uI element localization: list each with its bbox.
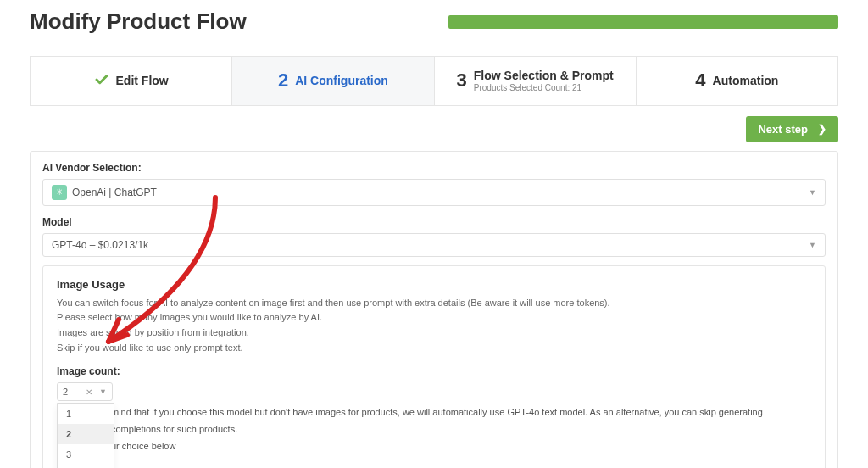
clear-icon[interactable]: ✕ <box>86 387 92 397</box>
vendor-selection-label: AI Vendor Selection: <box>42 162 826 174</box>
step-number: 2 <box>278 70 288 92</box>
image-usage-panel: Image Usage You can switch focus for AI … <box>42 265 826 468</box>
page-title: Modify Product Flow <box>30 8 247 35</box>
model-value: GPT-4o – $0.0213/1k <box>52 239 148 251</box>
wizard-steps: Edit Flow 2 AI Configuration 3 Flow Sele… <box>30 56 838 106</box>
step-label: AI Configuration <box>295 74 388 87</box>
next-step-button[interactable]: Next step ❯ <box>746 116 838 142</box>
config-panel: AI Vendor Selection: ✳ OpenAi | ChatGPT … <box>30 151 838 468</box>
step-ai-configuration[interactable]: 2 AI Configuration <box>232 57 434 105</box>
image-usage-hints: mind that if you choose this model but d… <box>111 404 811 468</box>
chevron-right-icon: ❯ <box>818 123 826 135</box>
image-count-value: 2 <box>63 387 68 397</box>
image-count-label: Image count: <box>57 365 811 377</box>
image-count-option-2[interactable]: 2 <box>58 424 114 444</box>
model-label: Model <box>42 216 826 228</box>
next-step-label: Next step <box>758 123 808 136</box>
chevron-down-icon: ▼ <box>809 188 816 197</box>
step-number: 4 <box>695 70 705 92</box>
chevron-down-icon: ▼ <box>99 387 107 396</box>
model-select[interactable]: GPT-4o – $0.0213/1k ▼ <box>42 233 826 257</box>
step-number: 3 <box>457 70 467 92</box>
image-usage-title: Image Usage <box>57 278 811 291</box>
progress-bar <box>448 15 838 29</box>
image-usage-desc: You can switch focus for AI to analyze c… <box>57 296 811 355</box>
openai-icon: ✳ <box>52 185 67 200</box>
step-sublabel: Products Selected Count: 21 <box>474 83 614 93</box>
step-flow-selection[interactable]: 3 Flow Selection & Prompt Products Selec… <box>435 57 637 105</box>
image-count-option-4[interactable]: 4 <box>58 465 114 468</box>
image-count-dropdown: 1 2 3 4 5 <box>57 403 114 468</box>
image-count-select[interactable]: 2 ✕ ▼ <box>57 382 113 401</box>
check-icon <box>94 72 109 90</box>
image-count-option-1[interactable]: 1 <box>58 404 114 424</box>
step-label: Flow Selection & Prompt <box>474 69 614 83</box>
step-label: Edit Flow <box>116 74 169 87</box>
vendor-select[interactable]: ✳ OpenAi | ChatGPT ▼ <box>42 179 826 206</box>
vendor-value: OpenAi | ChatGPT <box>72 187 157 198</box>
step-automation[interactable]: 4 Automation <box>637 57 837 105</box>
chevron-down-icon: ▼ <box>809 241 816 249</box>
step-edit-flow[interactable]: Edit Flow <box>31 57 232 105</box>
image-count-option-3[interactable]: 3 <box>58 444 114 465</box>
step-label: Automation <box>713 74 779 87</box>
